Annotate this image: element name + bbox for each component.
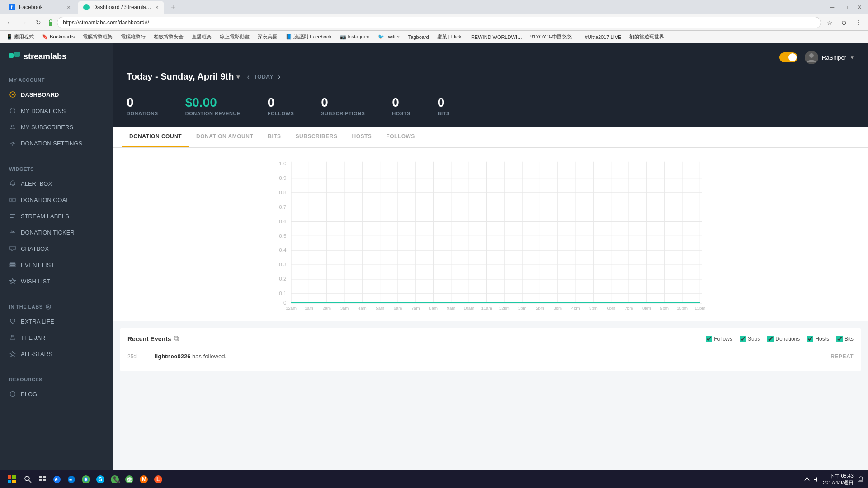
event-repeat[interactable]: REPEAT	[830, 353, 854, 360]
taskbar-phone[interactable]: 📞	[108, 473, 121, 486]
back-button[interactable]: ←	[4, 17, 15, 28]
filter-follows[interactable]: Follows	[706, 336, 732, 342]
start-button[interactable]	[4, 471, 20, 488]
user-menu[interactable]: RaSniper ▼	[805, 51, 854, 64]
sidebar-item-stream-labels[interactable]: STREAM LABELS	[0, 208, 113, 224]
taskbar-ie[interactable]: e	[51, 473, 63, 486]
stat-follows-value: 0	[268, 95, 294, 110]
svg-text:7pm: 7pm	[625, 305, 633, 310]
tab-streamlabs[interactable]: Dashboard / Streamla… ✕	[78, 1, 164, 14]
bookmark-2[interactable]: 電腦維幣行	[118, 33, 148, 41]
chart-svg: 1.0 0.9 0.8 0.7 0.6 0.5 0.4 0.3 0.2 0.1 …	[122, 157, 859, 310]
svg-text:11am: 11am	[481, 305, 492, 310]
date-next-button[interactable]: ›	[275, 72, 283, 82]
svg-point-9	[12, 142, 14, 144]
bookmark-91yoyo[interactable]: 91YOYO-中國悠悠…	[528, 33, 580, 41]
filter-subs-checkbox[interactable]	[740, 336, 746, 342]
menu-btn[interactable]: ⋮	[853, 17, 864, 28]
sidebar-item-donation-goal[interactable]: DONATION GOAL	[0, 192, 113, 208]
taskbar-edge[interactable]: e	[65, 473, 78, 486]
sidebar-item-my-subscribers-label: MY SUBSCRIBERS	[21, 124, 73, 131]
bookmark-twitter[interactable]: 🐦 Twitter	[375, 33, 403, 41]
sidebar-item-wish-list[interactable]: WISH LIST	[0, 273, 113, 289]
copy-icon	[174, 336, 180, 342]
date-prev-button[interactable]: ‹	[244, 72, 252, 82]
sidebar-item-my-donations[interactable]: MY DONATIONS	[0, 103, 113, 119]
close-btn[interactable]: ✕	[854, 2, 864, 12]
address-bar[interactable]	[57, 17, 821, 28]
night-mode-toggle[interactable]	[779, 52, 797, 62]
taskbar-chrome[interactable]	[80, 473, 92, 486]
svg-rect-18	[10, 266, 15, 267]
stat-donations-label: DONATIONS	[127, 111, 158, 116]
sidebar-item-event-list[interactable]: EVENT LIST	[0, 257, 113, 273]
filter-bits[interactable]: Bits	[836, 336, 854, 342]
bookmark-tagboard[interactable]: Tagboard	[406, 33, 432, 41]
bookmark-1[interactable]: 電腦貨幣框架	[80, 33, 115, 41]
filter-hosts-checkbox[interactable]	[807, 336, 813, 342]
bookmark-3[interactable]: 柏數貨幣安全	[151, 33, 186, 41]
filter-hosts[interactable]: Hosts	[807, 336, 829, 342]
chart-tab-follows[interactable]: FOLLOWS	[379, 127, 422, 147]
sidebar-item-extra-life[interactable]: EXTRA LIFE	[0, 313, 113, 329]
svg-text:3am: 3am	[340, 305, 349, 310]
taskbar-skype[interactable]: S	[94, 473, 107, 486]
taskbar-task-view[interactable]	[36, 473, 49, 486]
sidebar-divider-3	[0, 366, 113, 366]
date-nav: ‹ TODAY ›	[244, 72, 283, 82]
svg-text:8pm: 8pm	[642, 305, 651, 310]
today-button[interactable]: TODAY	[254, 74, 274, 80]
taskbar-wechat[interactable]: 微	[123, 473, 136, 486]
extensions-btn[interactable]: ⊕	[838, 17, 850, 28]
sidebar-item-the-jar[interactable]: THE JAR	[0, 329, 113, 346]
donations-nav-icon	[9, 107, 16, 114]
blog-icon	[9, 390, 16, 398]
minimize-btn[interactable]: ─	[827, 2, 837, 12]
sidebar-item-alertbox[interactable]: ALERTBOX	[0, 175, 113, 192]
maximize-btn[interactable]: □	[841, 2, 851, 12]
sidebar-item-donation-settings[interactable]: DONATION SETTINGS	[0, 135, 113, 151]
bookmark-instagram[interactable]: 📷 Instagram	[337, 33, 373, 41]
filter-follows-checkbox[interactable]	[706, 336, 712, 342]
sidebar-item-chatbox[interactable]: CHATBOX	[0, 240, 113, 257]
tab-facebook[interactable]: f Facebook ✕	[4, 1, 76, 14]
bookmark-5[interactable]: 線上電影動畫	[217, 33, 252, 41]
bookmark-6[interactable]: 深夜美圖	[255, 33, 280, 41]
taskbar-extra[interactable]: L	[152, 473, 165, 486]
bookmark-flickr[interactable]: 蜜菓 | Flickr	[434, 33, 466, 41]
toggle-container[interactable]	[779, 52, 797, 62]
bookmark-rewind[interactable]: REWIND WORLDWI…	[468, 33, 525, 41]
sidebar-item-blog[interactable]: BLOG	[0, 386, 113, 402]
filter-bits-checkbox[interactable]	[836, 336, 843, 342]
chart-tab-bits[interactable]: BITS	[260, 127, 288, 147]
tab-streamlabs-close[interactable]: ✕	[155, 5, 159, 10]
filter-donations-checkbox[interactable]	[767, 336, 774, 342]
forward-button[interactable]: →	[18, 17, 30, 28]
filter-donations[interactable]: Donations	[767, 336, 800, 342]
chart-tab-donation-amount[interactable]: DONATION AMOUNT	[189, 127, 260, 147]
new-tab-button[interactable]: +	[168, 2, 179, 13]
bookmark-4[interactable]: 直播框架	[189, 33, 214, 41]
refresh-button[interactable]: ↻	[33, 17, 44, 28]
chart-tab-hosts[interactable]: HOSTS	[344, 127, 379, 147]
bookmark-last[interactable]: 初的當遊玩世界	[627, 33, 667, 41]
svg-point-25	[10, 392, 15, 397]
chart-tab-donation-count[interactable]: DONATION COUNT	[122, 127, 189, 147]
date-dropdown-icon[interactable]: ▾	[236, 73, 240, 80]
sidebar-item-my-subscribers[interactable]: MY SUBSCRIBERS	[0, 119, 113, 135]
bookmark-btn[interactable]: ☆	[824, 17, 835, 28]
sidebar-item-donation-goal-label: DONATION GOAL	[21, 197, 69, 203]
notification-icon[interactable]	[857, 476, 864, 483]
filter-subs[interactable]: Subs	[740, 336, 760, 342]
sidebar-item-dashboard[interactable]: DASHBOARD	[0, 86, 113, 103]
bookmark-bookmarks[interactable]: 🔖 Bookmarks	[39, 33, 77, 41]
tab-facebook-close[interactable]: ✕	[67, 5, 71, 10]
taskbar-mail[interactable]: M	[137, 473, 150, 486]
sidebar-item-donation-ticker[interactable]: DONATION TICKER	[0, 224, 113, 240]
bookmark-apps[interactable]: 📱 應用程式	[4, 33, 37, 41]
bookmark-facebook[interactable]: 📘 臉認到 Facebook	[283, 33, 334, 41]
taskbar-search[interactable]	[22, 473, 34, 486]
sidebar-item-all-stars[interactable]: ALL-STARS	[0, 346, 113, 362]
chart-tab-subscribers[interactable]: SUBSCRIBERS	[288, 127, 345, 147]
bookmark-ultra[interactable]: #Ultra2017 LIVE	[582, 33, 624, 41]
